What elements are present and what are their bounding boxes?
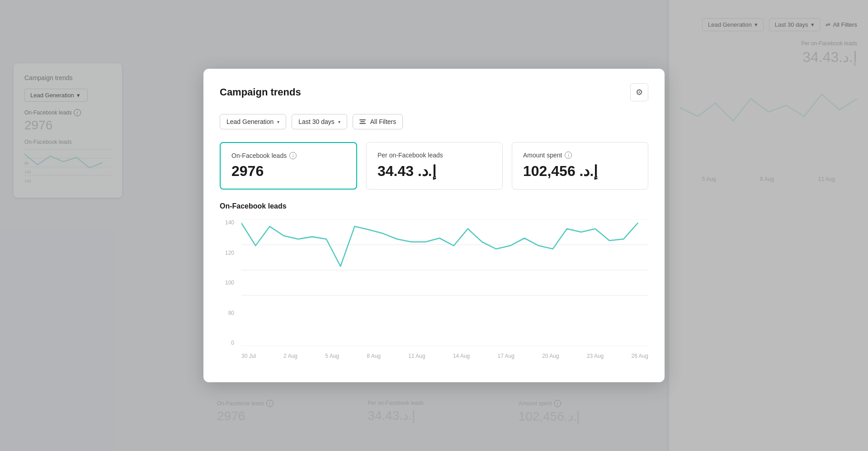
info-icon-metric-2: i (565, 152, 572, 159)
y-label-140: 140 (225, 219, 238, 226)
metric-label-on-facebook-leads: On-Facebook leads i (231, 152, 345, 159)
all-filters-label: All Filters (370, 118, 396, 125)
x-label-11aug: 11 Aug (408, 353, 425, 359)
x-label-20aug: 20 Aug (542, 353, 559, 359)
info-icon-metric-0: i (289, 152, 297, 159)
campaign-trends-modal: Campaign trends ⚙ Lead Generation ▾ Last… (203, 69, 665, 382)
metric-value-amount-spent: 102,456 .إ.د (523, 162, 637, 180)
y-label-0: 0 (231, 340, 238, 346)
all-filters-button[interactable]: All Filters (353, 114, 403, 129)
filters-row: Lead Generation ▾ Last 30 days ▾ All Fil… (220, 114, 648, 129)
chart-container: 0 80 100 120 140 (220, 219, 648, 364)
x-label-30jul: 30 Jul (241, 353, 256, 359)
filter-sliders-icon (359, 119, 366, 124)
x-label-23aug: 23 Aug (587, 353, 604, 359)
metric-card-amount-spent[interactable]: Amount spent i 102,456 .إ.د (512, 142, 648, 190)
chart-svg-area (241, 219, 648, 346)
x-label-17aug: 17 Aug (498, 353, 514, 359)
metric-label-amount-spent: Amount spent i (523, 152, 637, 159)
chart-x-axis: 30 Jul 2 Aug 5 Aug 8 Aug 11 Aug 14 Aug 1… (241, 348, 648, 364)
metrics-row: On-Facebook leads i 2976 Per on-Facebook… (220, 142, 648, 190)
time-range-dropdown[interactable]: Last 30 days ▾ (292, 114, 347, 129)
modal-overlay: Campaign trends ⚙ Lead Generation ▾ Last… (0, 0, 868, 451)
y-label-100: 100 (225, 280, 238, 286)
y-label-120: 120 (225, 250, 238, 256)
chart-y-axis: 0 80 100 120 140 (220, 219, 238, 346)
x-label-5aug: 5 Aug (325, 353, 339, 359)
modal-title: Campaign trends (220, 86, 301, 98)
metric-label-per-facebook-leads: Per on-Facebook leads (377, 152, 491, 159)
chevron-down-icon: ▾ (277, 119, 279, 124)
metric-card-per-facebook-leads[interactable]: Per on-Facebook leads 34.43 .إ.د (366, 142, 503, 190)
metric-value-on-facebook-leads: 2976 (231, 163, 345, 180)
x-label-26aug: 26 Aug (632, 353, 648, 359)
x-label-14aug: 14 Aug (453, 353, 470, 359)
metric-value-per-facebook-leads: 34.43 .إ.د (377, 162, 491, 180)
line-chart-svg (241, 219, 648, 346)
x-label-2aug: 2 Aug (283, 353, 297, 359)
y-label-80: 80 (228, 310, 238, 316)
settings-button[interactable]: ⚙ (630, 83, 648, 101)
x-label-8aug: 8 Aug (367, 353, 381, 359)
modal-header: Campaign trends ⚙ (220, 83, 648, 101)
time-range-label: Last 30 days (298, 118, 334, 125)
chevron-down-icon-2: ▾ (338, 119, 340, 124)
campaign-dropdown[interactable]: Lead Generation ▾ (220, 114, 286, 129)
metric-card-on-facebook-leads[interactable]: On-Facebook leads i 2976 (220, 142, 357, 190)
chart-section-title: On-Facebook leads (220, 202, 648, 210)
campaign-dropdown-label: Lead Generation (226, 118, 274, 125)
